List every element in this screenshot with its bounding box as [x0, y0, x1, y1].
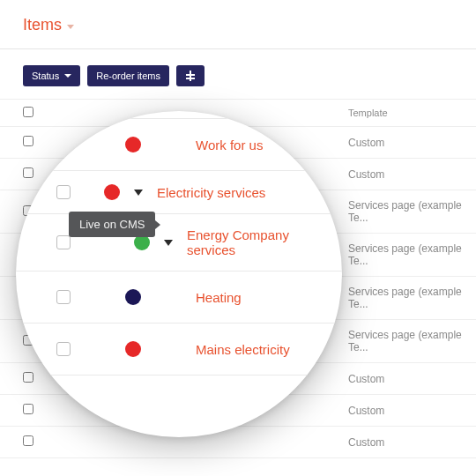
- select-all-header: [0, 100, 42, 127]
- row-checkbox[interactable]: [23, 167, 33, 178]
- row-checkbox[interactable]: [23, 136, 33, 146]
- reorder-items-label: Re-order items: [96, 71, 160, 81]
- row-template: Services page (example Te...: [339, 190, 476, 234]
- list-item[interactable]: Mains electricity: [16, 324, 342, 376]
- item-name: Heating: [196, 290, 242, 305]
- item-name: Electricity services: [157, 185, 265, 200]
- status-dot: [104, 184, 120, 200]
- row-template: Custom: [339, 427, 476, 458]
- status-filter-label: Status: [32, 71, 59, 81]
- row-checkbox[interactable]: [23, 404, 33, 414]
- row-template: Services page (example Te...: [339, 234, 476, 277]
- row-checkbox[interactable]: [56, 185, 71, 199]
- row-template: Custom: [339, 159, 476, 190]
- status-dot: [125, 341, 141, 357]
- template-header: Template: [339, 100, 476, 127]
- row-checkbox[interactable]: [23, 435, 33, 446]
- tree-view-button[interactable]: [176, 65, 205, 86]
- toolbar: Status Re-order items: [0, 65, 476, 99]
- chevron-down-icon: [67, 25, 74, 29]
- status-dot: [125, 137, 141, 152]
- chevron-down-icon[interactable]: [134, 190, 143, 196]
- row-template: Custom: [339, 127, 476, 159]
- row-template: Custom: [339, 395, 476, 427]
- chevron-down-icon: [64, 74, 71, 78]
- item-name: Work for us: [196, 138, 263, 152]
- select-all-checkbox[interactable]: [23, 107, 33, 117]
- tree-icon: [185, 71, 196, 81]
- page-title-dropdown[interactable]: Items: [23, 16, 455, 34]
- status-tooltip: Live on CMS: [69, 212, 155, 237]
- page-header: Items: [0, 0, 476, 40]
- row-checkbox[interactable]: [56, 342, 71, 356]
- row-checkbox[interactable]: [56, 290, 71, 304]
- row-template: Custom: [339, 363, 476, 395]
- magnifier-lens: Work for usElectricity servicesEnergy Co…: [16, 111, 342, 437]
- item-name: Mains electricity: [196, 342, 290, 357]
- chevron-down-icon[interactable]: [164, 240, 173, 246]
- list-item[interactable]: Energy Company services: [16, 214, 342, 271]
- status-dot: [125, 289, 141, 305]
- divider: [0, 48, 476, 49]
- status-filter-button[interactable]: Status: [23, 65, 80, 86]
- page-title: Items: [23, 16, 62, 34]
- row-template: Services page (example Te...: [339, 320, 476, 363]
- row-checkbox[interactable]: [23, 372, 33, 383]
- reorder-items-button[interactable]: Re-order items: [87, 65, 169, 86]
- table-row: Custom: [0, 427, 476, 458]
- row-checkbox[interactable]: [56, 235, 71, 249]
- row-template: Services page (example Te...: [339, 277, 476, 320]
- item-name: Energy Company services: [187, 227, 324, 257]
- list-item[interactable]: Heating: [16, 271, 342, 324]
- list-item[interactable]: Electricity services: [16, 171, 342, 214]
